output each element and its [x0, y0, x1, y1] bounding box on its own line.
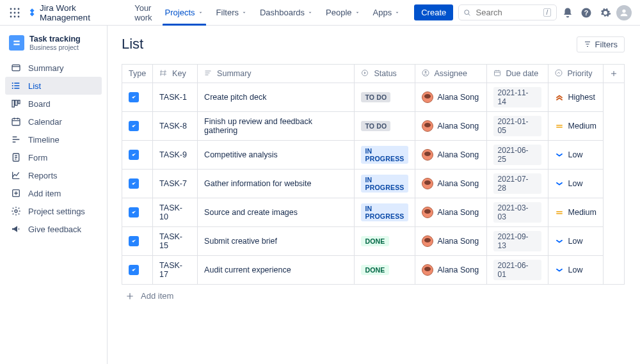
- col-header-due-date[interactable]: Due date: [486, 65, 548, 83]
- cell-key[interactable]: TASK-10: [153, 198, 198, 227]
- cell-due-date[interactable]: 2021-06-25: [486, 141, 548, 170]
- table-row[interactable]: TASK-7Gather information for websiteIN P…: [122, 170, 625, 198]
- cell-due-date[interactable]: 2021-07-28: [486, 170, 548, 198]
- sidebar-item-reports[interactable]: Reports: [5, 166, 102, 184]
- filters-button[interactable]: Filters: [577, 36, 625, 52]
- project-type: Business project: [29, 44, 81, 51]
- cell-due-date[interactable]: 2021-01-05: [486, 112, 548, 141]
- sidebar-menu: SummaryListBoardCalendarTimelineFormRepo…: [5, 59, 102, 238]
- search-input[interactable]: [475, 7, 540, 18]
- sidebar-item-board[interactable]: Board: [5, 95, 102, 113]
- cell-summary[interactable]: Finish up review and feedback gathering: [198, 112, 355, 141]
- table-header-row: Type Key Summary Status Assignee Due dat…: [122, 65, 625, 83]
- app-switcher-icon[interactable]: [8, 5, 22, 20]
- nav-link-people[interactable]: People: [319, 0, 366, 26]
- nav-link-your-work[interactable]: Your work: [128, 0, 158, 26]
- nav-link-dashboards[interactable]: Dashboards: [253, 0, 319, 26]
- cell-due-date[interactable]: 2021-11-14: [486, 83, 548, 112]
- cell-priority[interactable]: Medium: [548, 112, 603, 141]
- nav-link-filters[interactable]: Filters: [210, 0, 253, 26]
- cell-status[interactable]: DONE: [355, 227, 415, 256]
- cell-priority[interactable]: Low: [548, 256, 603, 285]
- cell-due-date[interactable]: 2021-06-01: [486, 256, 548, 285]
- cell-summary[interactable]: Gather information for website: [198, 170, 355, 198]
- cell-type[interactable]: [122, 198, 153, 227]
- cell-status[interactable]: IN PROGRESS: [355, 198, 415, 227]
- sidebar-item-list[interactable]: List: [5, 77, 102, 95]
- cell-key[interactable]: TASK-17: [153, 256, 198, 285]
- sidebar-item-calendar[interactable]: Calendar: [5, 113, 102, 131]
- cell-summary[interactable]: Source and create images: [198, 198, 355, 227]
- cell-assignee[interactable]: Alana Song: [415, 170, 486, 198]
- cell-type[interactable]: [122, 141, 153, 170]
- sidebar-item-give-feedback[interactable]: Give feedback: [5, 220, 102, 238]
- add-column-button[interactable]: [604, 65, 625, 83]
- col-header-assignee[interactable]: Assignee: [415, 65, 486, 83]
- create-button[interactable]: Create: [414, 4, 453, 20]
- nav-link-projects[interactable]: Projects: [159, 0, 210, 26]
- cell-type[interactable]: [122, 227, 153, 256]
- sidebar-item-timeline[interactable]: Timeline: [5, 131, 102, 148]
- col-header-status[interactable]: Status: [355, 65, 415, 83]
- cell-priority[interactable]: Medium: [548, 198, 603, 227]
- cell-key[interactable]: TASK-1: [153, 83, 198, 112]
- cell-priority[interactable]: Highest: [548, 83, 603, 112]
- cell-assignee[interactable]: Alana Song: [415, 83, 486, 112]
- table-row[interactable]: TASK-10Source and create imagesIN PROGRE…: [122, 198, 625, 227]
- cell-key[interactable]: TASK-9: [153, 141, 198, 170]
- search-box[interactable]: /: [458, 4, 557, 20]
- cell-type[interactable]: [122, 112, 153, 141]
- project-icon: [9, 35, 24, 51]
- cell-summary[interactable]: Submit creative brief: [198, 227, 355, 256]
- table-row[interactable]: TASK-1Create pitch deckTO DOAlana Song20…: [122, 83, 625, 112]
- nav-link-apps[interactable]: Apps: [367, 0, 407, 26]
- table-row[interactable]: TASK-15Submit creative briefDONEAlana So…: [122, 227, 625, 256]
- col-header-type[interactable]: Type: [122, 65, 153, 83]
- cell-status[interactable]: TO DO: [355, 112, 415, 141]
- cell-assignee[interactable]: Alana Song: [415, 227, 486, 256]
- cell-key[interactable]: TASK-15: [153, 227, 198, 256]
- cell-assignee[interactable]: Alana Song: [415, 141, 486, 170]
- add-item-row[interactable]: Add item: [122, 285, 625, 307]
- task-type-icon: [129, 265, 139, 275]
- cell-status[interactable]: DONE: [355, 256, 415, 285]
- col-header-key[interactable]: Key: [153, 65, 198, 83]
- table-row[interactable]: TASK-8Finish up review and feedback gath…: [122, 112, 625, 141]
- cell-status[interactable]: IN PROGRESS: [355, 141, 415, 170]
- product-logo[interactable]: Jira Work Management: [27, 3, 120, 22]
- cell-due-date[interactable]: 2021-03-03: [486, 198, 548, 227]
- cell-key[interactable]: TASK-8: [153, 112, 198, 141]
- cell-priority[interactable]: Low: [548, 227, 603, 256]
- cell-summary[interactable]: Create pitch deck: [198, 83, 355, 112]
- cell-status[interactable]: IN PROGRESS: [355, 170, 415, 198]
- sidebar-item-form[interactable]: Form: [5, 148, 102, 166]
- cell-priority[interactable]: Low: [548, 141, 603, 170]
- cell-type[interactable]: [122, 256, 153, 285]
- cell-type[interactable]: [122, 83, 153, 112]
- svg-point-21: [15, 210, 17, 212]
- cell-summary[interactable]: Competitive analysis: [198, 141, 355, 170]
- cell-status[interactable]: TO DO: [355, 83, 415, 112]
- cell-assignee[interactable]: Alana Song: [415, 256, 486, 285]
- table-row[interactable]: TASK-9Competitive analysisIN PROGRESSAla…: [122, 141, 625, 170]
- cell-summary[interactable]: Audit current experience: [198, 256, 355, 285]
- sidebar-item-summary[interactable]: Summary: [5, 59, 102, 77]
- plus-icon: [125, 292, 134, 301]
- cell-priority[interactable]: Low: [548, 170, 603, 198]
- settings-icon[interactable]: [597, 4, 613, 22]
- col-header-priority[interactable]: Priority: [548, 65, 603, 83]
- cell-key[interactable]: TASK-7: [153, 170, 198, 198]
- project-header[interactable]: Task tracking Business project: [5, 33, 102, 52]
- table-row[interactable]: TASK-17Audit current experienceDONEAlana…: [122, 256, 625, 285]
- cell-assignee[interactable]: Alana Song: [415, 112, 486, 141]
- cell-type[interactable]: [122, 170, 153, 198]
- col-header-summary[interactable]: Summary: [198, 65, 355, 83]
- svg-point-3: [10, 12, 12, 13]
- notifications-icon[interactable]: [559, 4, 575, 22]
- cell-due-date[interactable]: 2021-09-13: [486, 227, 548, 256]
- cell-assignee[interactable]: Alana Song: [415, 198, 486, 227]
- profile-avatar[interactable]: [616, 4, 632, 22]
- help-icon[interactable]: ?: [579, 4, 595, 22]
- sidebar-item-add-item[interactable]: Add item: [5, 184, 102, 202]
- sidebar-item-project-settings[interactable]: Project settings: [5, 202, 102, 220]
